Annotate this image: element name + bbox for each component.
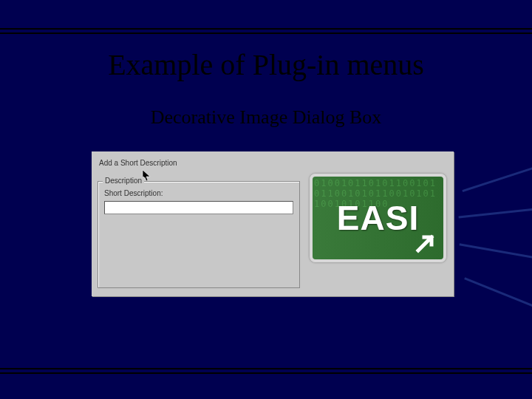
divider-bottom-1	[0, 368, 532, 369]
decorative-rays	[488, 148, 532, 332]
arrow-up-right-icon	[415, 231, 437, 256]
slide-subtitle: Decorative Image Dialog Box	[0, 106, 532, 129]
slide-title: Example of Plug-in menus	[0, 47, 532, 82]
easi-logo: 0100101101011001010110010101100101011001…	[310, 174, 446, 262]
dialog-header-text: Add a Short Description	[99, 159, 177, 167]
divider-bottom-2	[0, 372, 532, 374]
short-description-label: Short Description:	[104, 189, 163, 197]
dialog-box: Add a Short Description Description Shor…	[92, 151, 454, 296]
logo-text: EASI	[337, 198, 419, 238]
short-description-input[interactable]	[104, 201, 293, 214]
divider-top-2	[0, 33, 532, 34]
divider-top-1	[0, 28, 532, 30]
description-group: Description Short Description:	[98, 181, 300, 288]
group-label: Description	[103, 177, 144, 185]
